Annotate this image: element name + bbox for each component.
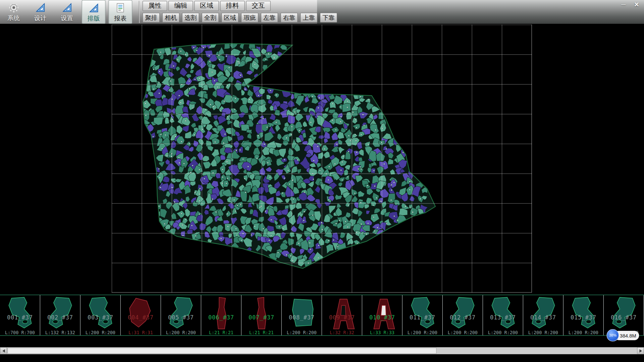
tool-button-cluster-nest[interactable]: 聚排 — [143, 13, 160, 22]
close-button[interactable]: ✕ — [633, 1, 641, 8]
part-shape — [85, 296, 117, 332]
part-thumbnail[interactable]: 006_#37L:21 R:21 — [201, 295, 241, 335]
part-shape — [487, 296, 519, 332]
part-shape — [568, 296, 600, 332]
part-shape — [125, 296, 157, 332]
minimize-button[interactable]: ─ — [620, 1, 628, 8]
part-id: 001_#37 — [0, 314, 40, 321]
menu-button-nesting[interactable]: 排料 — [220, 1, 245, 11]
part-thumbnail[interactable]: 010_#37L:33 R:33 — [362, 295, 402, 335]
horizontal-scrollbar[interactable] — [0, 347, 644, 354]
menu-button-properties[interactable]: 属性 — [143, 1, 167, 11]
part-thumbnail[interactable]: 012_#37L:200 R:200 — [443, 295, 483, 335]
toolbar-right-area — [317, 0, 644, 24]
part-thumbnail[interactable]: 001_#37L:700 R:700 — [0, 295, 40, 335]
tool-button-zone[interactable]: 区域 — [221, 13, 238, 22]
tool-button-cut-all[interactable]: 全割 — [202, 13, 219, 22]
scroll-left-button[interactable] — [0, 347, 7, 354]
part-thumbnail[interactable]: 016_#37L:200 R:200 — [604, 295, 644, 335]
toolbar-divider — [139, 1, 139, 23]
tool-row: 聚排相机选割全割区域瑕疵左靠右靠上靠下靠 — [143, 13, 337, 22]
set-square-icon — [62, 1, 72, 14]
part-thumbnail[interactable]: 013_#37L:200 R:200 — [483, 295, 523, 335]
part-thumbnail[interactable]: 009_#37L:32 R:32 — [322, 295, 362, 335]
part-shape — [366, 296, 398, 332]
part-shape — [4, 296, 36, 332]
top-toolbar: 系统设计设置排版报表 属性编辑区域排料交互 聚排相机选割全割区域瑕疵左靠右靠上靠… — [0, 0, 644, 24]
menu-button-edit[interactable]: 编辑 — [168, 1, 193, 11]
part-lr-counts: L:32 R:32 — [322, 330, 362, 335]
part-shape — [286, 296, 318, 332]
menu-button-interact[interactable]: 交互 — [246, 1, 270, 11]
part-thumbnail[interactable]: 007_#37L:21 R:21 — [241, 295, 282, 335]
part-id: 013_#37 — [483, 314, 523, 321]
nav-item-design[interactable]: 设计 — [28, 0, 52, 24]
part-shape — [407, 296, 439, 332]
part-thumbnail[interactable]: 011_#37L:200 R:200 — [402, 295, 443, 335]
nav-item-label: 设计 — [34, 14, 47, 22]
part-id: 014_#37 — [523, 314, 563, 321]
part-thumbnail[interactable]: 014_#37L:200 R:200 — [523, 295, 564, 335]
scroll-right-button[interactable] — [637, 347, 644, 354]
part-id: 010_#37 — [362, 314, 402, 321]
part-thumbnail[interactable]: 015_#37L:200 R:200 — [564, 295, 604, 335]
part-lr-counts: L:200 R:200 — [483, 330, 523, 335]
part-lr-counts: L:200 R:200 — [402, 330, 442, 335]
progress-indicator: 38% — [607, 329, 619, 342]
part-lr-counts: L:200 R:200 — [564, 330, 603, 335]
part-lr-counts: L:200 R:200 — [161, 330, 201, 335]
nav-item-label: 排版 — [88, 15, 100, 22]
part-shape — [44, 296, 76, 332]
part-thumbnail[interactable]: 005_#37L:200 R:200 — [161, 295, 201, 335]
progress-value: 38% — [609, 333, 616, 337]
nav-item-label: 报表 — [114, 15, 126, 22]
part-thumbnail[interactable]: 004_#37L:31 R:31 — [121, 295, 161, 335]
part-lr-counts: L:132 R:132 — [40, 330, 80, 335]
left-arrow-icon — [2, 349, 5, 352]
tool-button-align-bottom[interactable]: 下靠 — [320, 13, 337, 22]
tool-button-align-top[interactable]: 上靠 — [300, 13, 317, 22]
part-id: 009_#37 — [322, 314, 362, 321]
part-thumbnail[interactable]: 003_#37L:200 R:200 — [80, 295, 121, 335]
part-shape — [165, 296, 197, 332]
tool-button-defect[interactable]: 瑕疵 — [241, 13, 258, 22]
memory-value: 384.8M — [620, 333, 636, 338]
tool-button-camera[interactable]: 相机 — [162, 13, 179, 22]
window-controls: ─ ✕ — [620, 1, 641, 8]
part-thumbnail[interactable]: 008_#37L:200 R:200 — [282, 295, 322, 335]
tool-button-select-cut[interactable]: 选割 — [182, 13, 199, 22]
part-shape — [326, 296, 358, 332]
nav-item-layout[interactable]: 排版 — [82, 0, 106, 24]
part-shape — [527, 296, 559, 332]
tool-button-align-right[interactable]: 右靠 — [280, 13, 298, 22]
part-shape — [205, 296, 237, 332]
nesting-canvas[interactable] — [0, 24, 644, 295]
parts-strip: 001_#37L:700 R:700002_#37L:132 R:132003_… — [0, 295, 644, 336]
part-lr-counts: L:33 R:33 — [362, 330, 402, 335]
part-thumbnail[interactable]: 002_#37L:132 R:132 — [40, 295, 80, 335]
part-lr-counts: L:700 R:700 — [0, 330, 40, 335]
nav-item-system[interactable]: 系统 — [2, 0, 25, 24]
menu-row: 属性编辑区域排料交互 — [143, 1, 271, 11]
part-id: 016_#37 — [604, 314, 644, 321]
part-id: 002_#37 — [40, 314, 80, 321]
menu-button-region[interactable]: 区域 — [194, 1, 219, 11]
report-icon — [115, 2, 126, 14]
nav-item-report[interactable]: 报表 — [108, 0, 132, 24]
nav-item-settings[interactable]: 设置 — [55, 0, 79, 24]
part-id: 012_#37 — [443, 314, 483, 321]
right-arrow-icon — [639, 349, 642, 352]
part-lr-counts: L:21 R:21 — [201, 330, 241, 335]
app-window: 系统设计设置排版报表 属性编辑区域排料交互 聚排相机选割全割区域瑕疵左靠右靠上靠… — [0, 0, 644, 362]
part-id: 006_#37 — [201, 314, 241, 321]
part-shape — [608, 296, 640, 332]
part-id: 015_#37 — [564, 314, 603, 321]
part-lr-counts: L:200 R:200 — [523, 330, 563, 335]
scrollbar-thumb[interactable] — [7, 348, 437, 354]
part-lr-counts: L:200 R:200 — [282, 330, 322, 335]
part-lr-counts: L:200 R:200 — [80, 330, 120, 335]
part-id: 005_#37 — [161, 314, 201, 321]
part-lr-counts: L:31 R:31 — [121, 330, 161, 335]
tool-button-align-left[interactable]: 左靠 — [261, 13, 278, 22]
part-id: 007_#37 — [241, 314, 281, 321]
